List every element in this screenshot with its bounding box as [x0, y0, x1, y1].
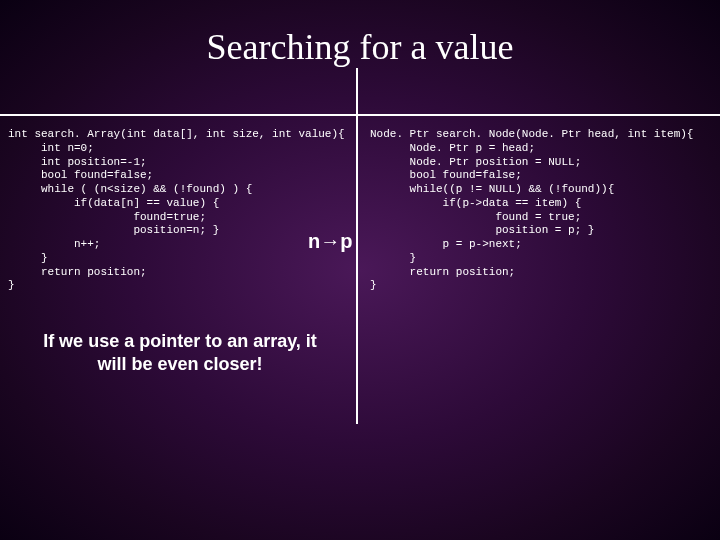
divider-vertical-main [356, 114, 358, 424]
np-right: p [340, 230, 352, 252]
footer-note: If we use a pointer to an array, it will… [40, 330, 320, 375]
slide-title: Searching for a value [0, 0, 720, 78]
code-block-right: Node. Ptr search. Node(Node. Ptr head, i… [370, 128, 693, 293]
divider-horizontal [0, 114, 720, 116]
np-left: n [308, 230, 320, 252]
n-to-p-label: n→p [308, 230, 352, 253]
code-block-left: int search. Array(int data[], int size, … [8, 128, 345, 293]
arrow-right-icon: → [320, 230, 340, 252]
divider-vertical-top [356, 68, 358, 114]
